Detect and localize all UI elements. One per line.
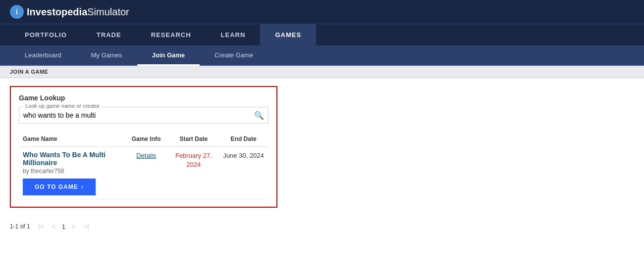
col-header-game-info: Game Info (124, 132, 169, 147)
end-date-value: June 30, 2024 (223, 152, 264, 159)
search-field-wrapper: Look up game name or creator 🔍 (19, 107, 268, 124)
nav-trade[interactable]: TRADE (82, 24, 136, 45)
logo: i InvestopediaSimulator (10, 5, 129, 19)
results-table: Game Name Game Info Start Date End Date … (19, 132, 268, 200)
game-lookup-title: Game Lookup (19, 94, 268, 102)
go-to-game-button[interactable]: GO TO GAME › (23, 179, 96, 195)
nav-research[interactable]: RESEARCH (136, 24, 206, 45)
results-area: Game Name Game Info Start Date End Date … (19, 132, 268, 200)
nav-learn[interactable]: LEARN (206, 24, 261, 45)
col-header-game-name: Game Name (19, 132, 124, 147)
game-creator: by thecarter758 (23, 168, 122, 175)
game-name-link[interactable]: Who Wants To Be A Multi Millionaire (23, 151, 122, 167)
subnav-create-game[interactable]: Create Game (200, 45, 268, 65)
search-input[interactable] (23, 109, 254, 121)
td-start-date: February 27, 2024 (168, 147, 218, 200)
subnav-leaderboard[interactable]: Leaderboard (10, 45, 76, 65)
td-game-info: Details (124, 147, 169, 200)
sub-nav: Leaderboard My Games Join Game Create Ga… (0, 45, 644, 66)
logo-icon: i (10, 5, 24, 19)
pagination-first[interactable]: |< (36, 222, 46, 231)
search-icon[interactable]: 🔍 (254, 111, 264, 120)
pagination: 1-1 of 1 |< < 1 > >| (0, 216, 644, 237)
logo-name-light: Simulator (87, 6, 129, 17)
nav-portfolio[interactable]: PORTFOLIO (10, 24, 82, 45)
subnav-my-games[interactable]: My Games (76, 45, 137, 65)
td-game-name: Who Wants To Be A Multi Millionaire by t… (19, 147, 124, 200)
logo-name-bold: Investopedia (27, 6, 87, 17)
col-header-start-date: Start Date (168, 132, 218, 147)
subnav-join-game[interactable]: Join Game (137, 45, 200, 65)
pagination-last[interactable]: >| (81, 222, 91, 231)
game-lookup-box: Game Lookup Look up game name or creator… (10, 86, 277, 208)
pagination-current-page: 1 (62, 223, 65, 230)
pagination-prev[interactable]: < (50, 222, 58, 231)
main-content: Game Lookup Look up game name or creator… (0, 78, 644, 216)
table-row: Who Wants To Be A Multi Millionaire by t… (19, 147, 268, 200)
pagination-info: 1-1 of 1 (10, 223, 30, 230)
td-end-date: June 30, 2024 (218, 147, 268, 200)
col-header-end-date: End Date (218, 132, 268, 147)
main-nav: PORTFOLIO TRADE RESEARCH LEARN GAMES (0, 24, 644, 45)
search-field-label: Look up game name or creator (23, 103, 102, 109)
pagination-next[interactable]: > (69, 222, 77, 231)
section-header: JOIN A GAME (0, 66, 644, 78)
top-header: i InvestopediaSimulator (0, 0, 644, 24)
start-date-value: February 27, 2024 (175, 152, 212, 168)
details-link[interactable]: Details (136, 152, 156, 159)
logo-text: InvestopediaSimulator (27, 6, 129, 18)
nav-games[interactable]: GAMES (260, 24, 316, 45)
